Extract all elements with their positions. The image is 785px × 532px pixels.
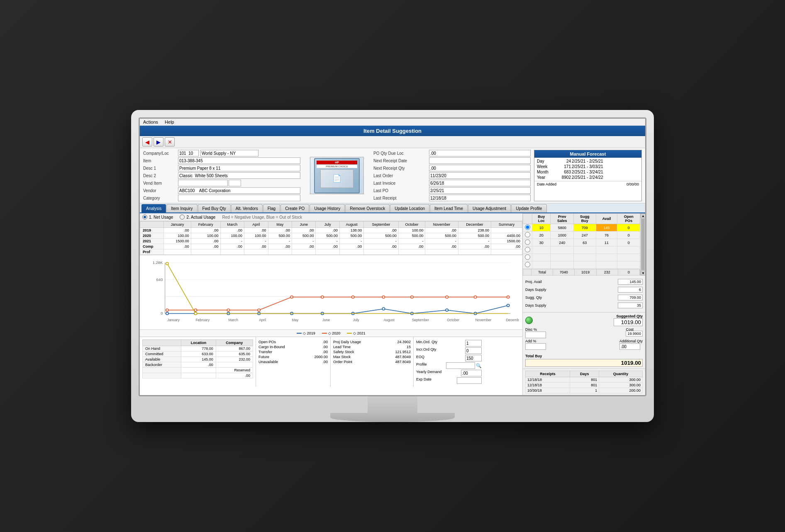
svg-text:May: May [292,318,299,322]
month-label: Month [537,170,558,174]
buy-row-empty1 [523,246,640,254]
scroll-down-btn[interactable]: ▼ [641,271,646,276]
inv-header-empty [143,340,181,346]
buy-radio-10[interactable] [525,225,530,230]
tab-create-po[interactable]: Create PO [280,204,309,212]
date-added-label: Date Added [537,182,556,186]
tab-analysis[interactable]: Analysis [141,204,166,212]
th-prev-sales: PrevSales [551,214,574,224]
day-label: Day [537,159,558,164]
buy-sugg-20: 247 [573,232,596,239]
tab-usage-adjustment[interactable]: Usage Adjustment [468,204,511,212]
svg-point-33 [166,309,168,311]
tab-fwd-buy-qty[interactable]: Fwd Buy Qty [198,204,231,212]
category-input[interactable] [178,195,300,201]
min-ord-row: Min.Ord. Qty [416,339,482,347]
eoq-label: EOQ [416,355,424,361]
item-input[interactable] [178,157,300,164]
buy-radio-e2[interactable] [525,254,530,260]
svg-text:November: November [475,318,492,322]
disc-input[interactable] [525,332,546,338]
desc2-input[interactable] [178,172,300,179]
tab-update-profile[interactable]: Update Profile [511,204,546,212]
proj-daily-value: 24.3902 [397,340,411,344]
tab-flag[interactable]: Flag [263,204,280,212]
add-input[interactable] [525,343,546,350]
suggested-qty-section: Suggested Qty Disc % Cost 19.9900 [523,312,645,352]
month-range: 2/25/21 - 3/24/21 [572,170,639,174]
buy-radio-e3[interactable] [525,262,530,267]
suggested-qty-right: Suggested Qty [614,314,643,326]
bottom-section: Location Company On Hand778.00867.00 Com… [140,337,522,387]
receipts-col-qty: Quantity [599,371,643,377]
company-input[interactable] [178,150,199,156]
desc1-input[interactable] [178,165,300,171]
buy-radio-e1[interactable] [525,247,530,252]
buy-radio-20[interactable] [525,232,530,237]
disc-cost-row: Disc % Cost 19.9900 [525,327,643,338]
svg-text:1.28K: 1.28K [153,261,163,265]
menu-actions[interactable]: Actions [143,120,158,124]
radio-actual-usage[interactable]: 2. Actual Usage [180,215,215,220]
radio-net-usage-btn[interactable] [142,215,147,220]
svg-point-40 [382,296,385,298]
th-radio [523,214,532,224]
last-invoice-input[interactable] [429,180,531,186]
forward-button[interactable]: ▶ [154,137,163,146]
profile-search-icon[interactable]: 🔍 [476,363,482,368]
tab-alt-vendors[interactable]: Alt. Vendors [231,204,263,212]
next-receipt-qty-input[interactable] [429,165,531,171]
total-buy-input[interactable] [525,359,643,367]
po-qty-input[interactable] [429,150,531,156]
tab-item-inquiry[interactable]: Item Inquiry [166,204,197,212]
svg-text:March: March [228,318,238,322]
inv-row-backorder: Backorder.00 [143,362,253,368]
scroll-up-btn[interactable]: ▲ [641,213,646,218]
suggested-qty-label: Suggested Qty [614,314,643,318]
profile-input[interactable] [446,362,475,369]
year-value: 8902 [558,175,571,180]
exp-date-input[interactable] [457,377,482,384]
right-scrollbar[interactable]: ▲ ▼ [640,213,645,276]
exp-date-row: Exp Date [416,377,482,384]
next-receipt-date-input[interactable] [429,157,531,164]
buy-radio-30[interactable] [525,239,530,245]
radio-net-usage[interactable]: 1. Net Usage [142,215,173,220]
vendor-input[interactable] [178,187,300,194]
incr-ord-input[interactable] [465,347,482,354]
close-button[interactable]: ✕ [165,137,175,146]
radio-actual-usage-btn[interactable] [180,215,185,220]
svg-point-46 [194,312,197,315]
usage-note: Red = Negative Usage, Blue = Out of Stoc… [222,215,302,220]
eoq-input[interactable] [465,355,482,361]
last-receipt-input[interactable] [429,195,531,201]
manual-forecast: Manual Forecast Day 24 2/25/21 - 2/25/21… [534,150,642,201]
disc-label: Disc % [525,327,546,332]
inv-row-reserved-val: .00 [143,373,253,378]
buy-row-empty2 [523,254,640,261]
min-ord-input[interactable] [465,340,482,347]
last-po-input[interactable] [429,187,531,194]
header-left-fields: Company/Loc Item Desc 1 Desc 2 Vend Item… [143,150,300,201]
company-name-input[interactable] [200,150,258,156]
tab-item-lead-time[interactable]: Item Lead Time [430,204,468,212]
vend-item2-input[interactable] [229,180,241,186]
legend-2019: ◇ 2019 [297,331,315,335]
suggested-qty-input[interactable] [614,318,643,326]
svg-text:August: August [383,318,395,322]
buy-open-20: 0 [617,232,640,239]
last-order-input[interactable] [429,172,531,179]
total-buy-label: Total Buy [525,354,643,358]
year-range: 2/25/21 - 2/24/22 [572,175,639,180]
buy-row-empty3 [523,261,640,269]
yearly-demand-input[interactable] [461,370,482,376]
total-sugg: 1019 [575,269,596,275]
vend-item-input[interactable] [178,180,228,186]
tab-update-location[interactable]: Update Location [390,204,429,212]
usage-col-feb: February [191,222,220,228]
additional-qty-input[interactable] [619,343,640,350]
tab-usage-history[interactable]: Usage History [310,204,345,212]
menu-help[interactable]: Help [165,120,174,124]
back-button[interactable]: ◀ [142,137,152,146]
tab-remove-overstock[interactable]: Remove Overstock [345,204,390,212]
